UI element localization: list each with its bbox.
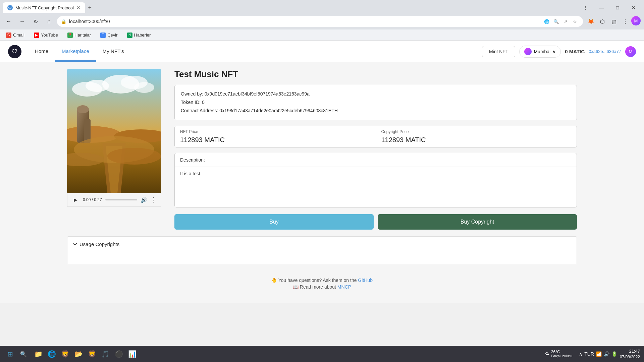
url-text[interactable]: localhost:3000/nft/0 bbox=[69, 19, 540, 24]
matic-balance: 0 MATIC bbox=[565, 49, 585, 54]
maps-favicon: 📍 bbox=[67, 33, 73, 38]
taskbar-search-button[interactable]: 🔍 bbox=[17, 348, 30, 360]
news-favicon: N bbox=[127, 33, 132, 38]
taskbar-chrome[interactable]: 🌐 bbox=[46, 348, 58, 360]
clock-date: 07/08/2022 bbox=[620, 354, 640, 360]
github-link[interactable]: GitHub bbox=[358, 278, 373, 283]
owned-by-text: Owned by: 0x9d019ec71aebf34bf9ef5071974a… bbox=[181, 90, 571, 98]
bookmark-youtube[interactable]: ▶ YouTube bbox=[32, 32, 60, 39]
taskbar-brave2[interactable]: 🦁 bbox=[86, 348, 98, 360]
read-more-icon: 📖 bbox=[293, 284, 299, 290]
main-content: ▶ 0:00 / 0:27 🔊 ⋮ Test Music NFT Owned b… bbox=[0, 62, 644, 303]
footer-question-row: 🤚 You have questions? Ask them on the Gi… bbox=[74, 278, 570, 283]
svg-point-5 bbox=[134, 82, 154, 93]
question-icon: 🤚 bbox=[271, 278, 277, 283]
wallet-address[interactable]: 0xa62e...636a77 bbox=[589, 49, 621, 54]
bookmark-translate[interactable]: T Çevir bbox=[98, 32, 119, 39]
gmail-favicon: G bbox=[6, 33, 11, 38]
search-icon[interactable]: 🔍 bbox=[552, 17, 560, 25]
taskbar-file-explorer[interactable]: 📁 bbox=[32, 348, 44, 360]
brave-icon: 🦁 bbox=[61, 350, 69, 358]
bookmark-maps[interactable]: 📍 Haritalar bbox=[65, 32, 93, 39]
taskbar-right: 🌤 26°C Parçalı bulutlu ∧ TUR 📶 🔊 🔋 21:47… bbox=[545, 348, 640, 360]
sidebar-icon[interactable]: ▧ bbox=[608, 16, 619, 27]
powerpoint-icon: 📊 bbox=[128, 350, 137, 358]
battery-icon[interactable]: 🔋 bbox=[611, 351, 617, 357]
folder-icon: 📂 bbox=[74, 350, 83, 358]
taskbar-brave[interactable]: 🦁 bbox=[59, 348, 71, 360]
address-bar[interactable]: 🔒 localhost:3000/nft/0 🌐 🔍 ↗ ☆ bbox=[57, 16, 583, 27]
refresh-button[interactable]: ↻ bbox=[30, 16, 41, 27]
toolbar-icons: 🦊 ⬡ ▧ ⋮ M bbox=[586, 16, 641, 27]
active-tab[interactable]: 🛡 Music-NFT Copyright Protocol ✕ bbox=[3, 2, 85, 13]
copyright-price-label: Copyright Price bbox=[381, 129, 572, 134]
new-tab-button[interactable]: + bbox=[85, 3, 95, 12]
share-icon[interactable]: ↗ bbox=[561, 17, 570, 25]
maximize-button[interactable]: □ bbox=[610, 2, 625, 13]
tab-close-button[interactable]: ✕ bbox=[76, 5, 80, 10]
progress-bar[interactable] bbox=[105, 199, 137, 200]
minimize-button[interactable]: — bbox=[594, 2, 609, 13]
action-buttons: Buy Buy Copyright bbox=[174, 214, 577, 230]
user-avatar[interactable]: M bbox=[625, 46, 636, 57]
bookmark-gmail[interactable]: G Gmail bbox=[4, 32, 26, 39]
tray-up-arrow[interactable]: ∧ bbox=[579, 351, 582, 357]
weather-condition: Parçalı bulutlu bbox=[551, 354, 572, 358]
bookmark-icon[interactable]: ☆ bbox=[571, 17, 579, 25]
ownership-box: Owned by: 0x9d019ec71aebf34bf9ef5071974a… bbox=[174, 85, 577, 120]
more-options-button[interactable]: ⋮ bbox=[151, 196, 157, 203]
home-button[interactable]: ⌂ bbox=[44, 16, 54, 27]
token-id-row: Token ID: 0 bbox=[181, 98, 571, 107]
forward-button[interactable]: → bbox=[17, 16, 28, 27]
weather-widget: 🌤 26°C Parçalı bulutlu bbox=[545, 350, 572, 358]
news-label: Haberler bbox=[134, 33, 151, 38]
wifi-icon[interactable]: 📶 bbox=[596, 351, 602, 357]
profile-avatar[interactable]: M bbox=[631, 16, 641, 25]
nft-price-value: 112893 MATIC bbox=[180, 136, 370, 144]
network-selector[interactable]: Mumbai ∨ bbox=[519, 46, 561, 58]
app-wrapper: 🛡 Home Marketplace My NFT's Mint NFT Mum… bbox=[0, 41, 644, 303]
owner-address: 0x9d019ec71aebf34bf9ef5071974a83e2163ac9… bbox=[205, 91, 310, 97]
nav-home[interactable]: Home bbox=[28, 42, 55, 62]
back-button[interactable]: ← bbox=[3, 16, 14, 27]
svg-point-15 bbox=[107, 148, 161, 165]
play-button[interactable]: ▶ bbox=[71, 196, 79, 204]
volume-icon[interactable]: 🔊 bbox=[604, 351, 609, 357]
taskbar: ⊞ 🔍 📁 🌐 🦁 📂 🦁 🎵 ⚫ 📊 🌤 bbox=[0, 346, 644, 362]
description-header: Description: bbox=[175, 153, 577, 167]
mint-nft-button[interactable]: Mint NFT bbox=[482, 46, 516, 57]
menu-icon[interactable]: ⋮ bbox=[620, 16, 631, 27]
usage-copyrights-header[interactable]: ❯ Usage Copyrights bbox=[67, 236, 577, 252]
start-button[interactable]: ⊞ bbox=[4, 348, 16, 360]
mncp-link[interactable]: MNCP bbox=[337, 284, 351, 290]
spotify-icon: 🎵 bbox=[101, 350, 110, 358]
bookmark-news[interactable]: N Haberler bbox=[125, 32, 153, 39]
brave2-icon: 🦁 bbox=[88, 350, 96, 358]
info-panel: Test Music NFT Owned by: 0x9d019ec71aebf… bbox=[174, 69, 577, 230]
taskbar-powerpoint[interactable]: 📊 bbox=[126, 348, 138, 360]
nft-image bbox=[67, 69, 161, 193]
fox-extension-icon[interactable]: 🦊 bbox=[586, 16, 596, 27]
volume-button[interactable]: 🔊 bbox=[141, 197, 147, 203]
usage-copyrights-label: Usage Copyrights bbox=[79, 241, 119, 247]
nft-price-box: NFT Price 112893 MATIC bbox=[174, 126, 376, 147]
app-footer: 🤚 You have questions? Ask them on the Gi… bbox=[67, 271, 577, 296]
clock[interactable]: 21:47 07/08/2022 bbox=[620, 348, 640, 360]
translate-icon[interactable]: 🌐 bbox=[543, 17, 551, 25]
language-indicator[interactable]: TUR bbox=[584, 351, 594, 357]
taskbar-folder[interactable]: 📂 bbox=[72, 348, 85, 360]
puzzle-extension-icon[interactable]: ⬡ bbox=[597, 16, 608, 27]
close-button[interactable]: ✕ bbox=[626, 2, 641, 13]
tab-actions-overflow[interactable]: ⋮ bbox=[578, 2, 593, 13]
buy-copyright-button[interactable]: Buy Copyright bbox=[378, 214, 577, 230]
taskbar-spotify[interactable]: 🎵 bbox=[99, 348, 111, 360]
nav-marketplace[interactable]: Marketplace bbox=[55, 42, 96, 62]
buy-button[interactable]: Buy bbox=[174, 214, 374, 230]
taskbar-github[interactable]: ⚫ bbox=[113, 348, 125, 360]
window-controls: ⋮ — □ ✕ bbox=[578, 2, 641, 13]
weather-icon: 🌤 bbox=[545, 352, 549, 356]
nav-my-nfts[interactable]: My NFT's bbox=[96, 42, 131, 62]
contract-address-row: Contract Address: 0x198d17a43a714de2e0ad… bbox=[181, 107, 571, 115]
taskbar-apps: 📁 🌐 🦁 📂 🦁 🎵 ⚫ 📊 bbox=[32, 348, 138, 360]
address-bar-row: ← → ↻ ⌂ 🔒 localhost:3000/nft/0 🌐 🔍 ↗ ☆ 🦊… bbox=[0, 13, 644, 29]
